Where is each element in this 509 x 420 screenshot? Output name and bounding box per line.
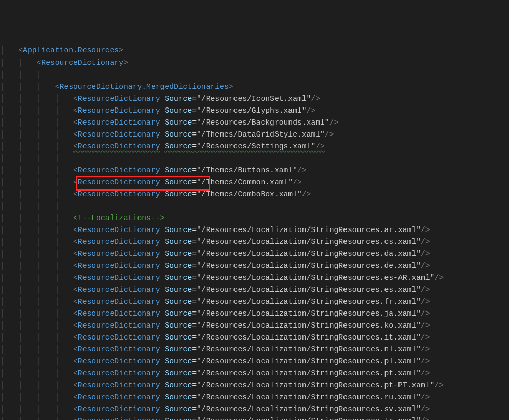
code-line[interactable]: │ │ │ │ <ResourceDictionary Source="/Res…	[0, 368, 509, 380]
code-line[interactable]: │ │ │ │ <ResourceDictionary Source="/Res…	[0, 105, 509, 117]
blank-line: │ │ │ │	[0, 200, 509, 212]
code-line[interactable]: │ │ │ │ <ResourceDictionary Source="/Res…	[0, 117, 509, 129]
code-line[interactable]: │ │ │ │ <ResourceDictionary Source="/Res…	[0, 141, 509, 153]
code-line[interactable]: │ │ │ │ <ResourceDictionary Source="/Res…	[0, 93, 509, 105]
code-line[interactable]: │ │ │ │ <ResourceDictionary Source="/Res…	[0, 356, 509, 368]
code-line[interactable]: │ │ │ │ <!--Localizations-->	[0, 212, 509, 224]
code-line[interactable]: │ │ │ │ <ResourceDictionary Source="/Res…	[0, 332, 509, 344]
code-line[interactable]: │ │ │ │ <ResourceDictionary Source="/Res…	[0, 415, 509, 420]
code-editor[interactable]: │ <Application.Resources>│ │ <ResourceDi…	[0, 42, 509, 420]
code-line[interactable]: │ │ │ │ <ResourceDictionary Source="/Res…	[0, 320, 509, 332]
code-line[interactable]: │ │ │ │ <ResourceDictionary Source="/Res…	[0, 272, 509, 284]
code-line[interactable]: │ │ <ResourceDictionary>	[0, 57, 509, 69]
blank-line: │ │ │ │	[0, 153, 509, 165]
code-line[interactable]: │ <Application.Resources>	[0, 45, 509, 57]
code-line[interactable]: │ │ │ │ <ResourceDictionary Source="/The…	[0, 129, 509, 141]
code-line[interactable]: │ │ │ │ <ResourceDictionary Source="/Res…	[0, 260, 509, 272]
code-line[interactable]: │ │ │ │ <ResourceDictionary Source="/Res…	[0, 308, 509, 320]
code-line[interactable]: │ │ │ │ <ResourceDictionary Source="/The…	[0, 177, 509, 188]
code-line[interactable]: │ │ │ │ <ResourceDictionary Source="/Res…	[0, 248, 509, 260]
blank-line: │ │ │	[0, 69, 509, 81]
code-line[interactable]: │ │ │ │ <ResourceDictionary Source="/Res…	[0, 224, 509, 236]
code-line[interactable]: │ │ │ │ <ResourceDictionary Source="/Res…	[0, 284, 509, 296]
code-line[interactable]: │ │ │ │ <ResourceDictionary Source="/Res…	[0, 391, 509, 403]
code-line[interactable]: │ │ │ │ <ResourceDictionary Source="/The…	[0, 188, 509, 200]
code-line[interactable]: │ │ │ │ <ResourceDictionary Source="/Res…	[0, 403, 509, 415]
code-line[interactable]: │ │ │ │ <ResourceDictionary Source="/Res…	[0, 344, 509, 356]
xml-comment: <!--Localizations-->	[73, 214, 164, 222]
code-line[interactable]: │ │ │ │ <ResourceDictionary Source="/Res…	[0, 380, 509, 391]
code-line[interactable]: │ │ │ │ <ResourceDictionary Source="/The…	[0, 165, 509, 177]
code-line[interactable]: │ │ │ │ <ResourceDictionary Source="/Res…	[0, 296, 509, 308]
code-line[interactable]: │ │ │ <ResourceDictionary.MergedDictiona…	[0, 81, 509, 93]
code-line[interactable]: │ │ │ │ <ResourceDictionary Source="/Res…	[0, 236, 509, 248]
